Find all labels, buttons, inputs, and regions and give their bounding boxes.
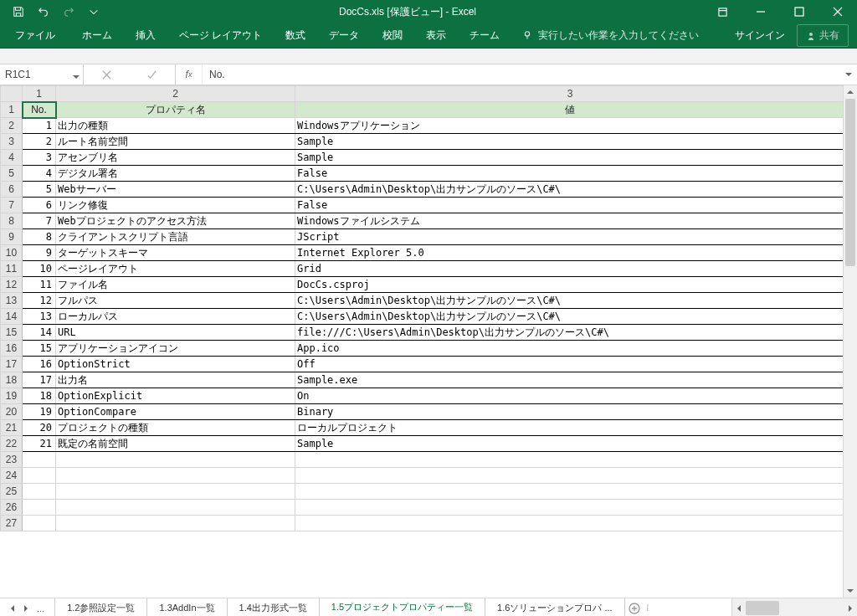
- row-header[interactable]: 4: [1, 150, 23, 166]
- cell[interactable]: [23, 500, 56, 516]
- cell[interactable]: OptionCompare: [56, 404, 295, 420]
- select-all-corner[interactable]: [1, 86, 23, 102]
- row-header[interactable]: 19: [1, 388, 23, 404]
- cell[interactable]: 出力の種類: [56, 118, 295, 134]
- cell[interactable]: Off: [295, 357, 844, 372]
- sign-in-link[interactable]: サインイン: [723, 28, 797, 43]
- cell[interactable]: ルート名前空間: [56, 134, 295, 150]
- cell[interactable]: Webサーバー: [56, 182, 295, 198]
- row-header[interactable]: 9: [1, 229, 23, 245]
- cell[interactable]: Sample: [295, 436, 844, 452]
- cell[interactable]: Windowsアプリケーション: [295, 118, 844, 134]
- cell[interactable]: リンク修復: [56, 198, 295, 213]
- tab-scroll-left-icon[interactable]: [7, 602, 18, 615]
- cell[interactable]: アプリケーションアイコン: [56, 341, 295, 357]
- cell[interactable]: Internet Explorer 5.0: [295, 245, 844, 261]
- sheet-tab[interactable]: 1.5プロジェクトプロパティー一覧: [319, 598, 485, 616]
- row-header[interactable]: 1: [1, 102, 23, 118]
- cell[interactable]: 13: [23, 309, 56, 325]
- row-header[interactable]: 23: [1, 452, 23, 468]
- cell[interactable]: 5: [23, 182, 56, 198]
- cell[interactable]: [56, 500, 295, 516]
- cell[interactable]: プロパティ名: [56, 102, 295, 118]
- cell[interactable]: Sample: [295, 150, 844, 166]
- cell[interactable]: [56, 516, 295, 531]
- enter-icon[interactable]: [141, 66, 163, 83]
- cell[interactable]: 値: [295, 102, 844, 118]
- row-header[interactable]: 18: [1, 372, 23, 388]
- cell[interactable]: [56, 468, 295, 484]
- ribbon-tab[interactable]: ホーム: [70, 23, 124, 49]
- cell[interactable]: No.: [23, 102, 56, 118]
- scroll-thumb[interactable]: [845, 99, 855, 266]
- ribbon-tab[interactable]: 数式: [274, 23, 317, 49]
- ribbon-tab[interactable]: チーム: [458, 23, 511, 49]
- cell[interactable]: Binary: [295, 404, 844, 420]
- cell[interactable]: クライアントスクリプト言語: [56, 229, 295, 245]
- row-header[interactable]: 15: [1, 325, 23, 341]
- cell[interactable]: 既定の名前空間: [56, 436, 295, 452]
- cell[interactable]: OptionStrict: [56, 357, 295, 372]
- row-header[interactable]: 25: [1, 484, 23, 500]
- grid[interactable]: 1 2 3 1 No. プロパティ名 値2 1 出力の種類 Windowsアプリ…: [0, 85, 843, 598]
- add-sheet-button[interactable]: [624, 598, 644, 616]
- ribbon-display-button[interactable]: [703, 0, 742, 23]
- cell[interactable]: 14: [23, 325, 56, 341]
- share-button[interactable]: 共有: [797, 24, 849, 47]
- cell[interactable]: False: [295, 166, 844, 182]
- ribbon-tab[interactable]: 挿入: [124, 23, 167, 49]
- cell[interactable]: 出力名: [56, 372, 295, 388]
- cell[interactable]: [23, 452, 56, 468]
- redo-icon[interactable]: [57, 2, 80, 22]
- formula-input[interactable]: No.: [203, 64, 840, 85]
- close-button[interactable]: [819, 0, 857, 23]
- row-header[interactable]: 2: [1, 118, 23, 134]
- cell[interactable]: 1: [23, 118, 56, 134]
- row-header[interactable]: 5: [1, 166, 23, 182]
- cell[interactable]: 7: [23, 213, 56, 229]
- cell[interactable]: 20: [23, 420, 56, 436]
- formula-expand-icon[interactable]: [840, 64, 857, 85]
- row-header[interactable]: 27: [1, 516, 23, 531]
- row-header[interactable]: 11: [1, 261, 23, 277]
- cell[interactable]: [23, 468, 56, 484]
- row-header[interactable]: 10: [1, 245, 23, 261]
- ribbon-tab[interactable]: ページ レイアウト: [167, 23, 274, 49]
- sheet-tab[interactable]: 1.6ソリューションプロパ ...: [485, 598, 625, 616]
- cell[interactable]: ターゲットスキーマ: [56, 245, 295, 261]
- row-header[interactable]: 12: [1, 277, 23, 293]
- qat-customize-icon[interactable]: [82, 2, 105, 22]
- ribbon-tab[interactable]: 表示: [414, 23, 458, 49]
- cell[interactable]: アセンブリ名: [56, 150, 295, 166]
- row-header[interactable]: 20: [1, 404, 23, 420]
- cell[interactable]: 12: [23, 293, 56, 309]
- cell[interactable]: URL: [56, 325, 295, 341]
- file-tab[interactable]: ファイル: [0, 23, 70, 49]
- scroll-up-icon[interactable]: [844, 85, 857, 99]
- cell[interactable]: 3: [23, 150, 56, 166]
- cell[interactable]: 2: [23, 134, 56, 150]
- cell[interactable]: [295, 468, 844, 484]
- row-header[interactable]: 17: [1, 357, 23, 372]
- cell[interactable]: Sample.exe: [295, 372, 844, 388]
- name-box-dropdown-icon[interactable]: [73, 71, 80, 83]
- column-header[interactable]: 3: [295, 86, 844, 102]
- ribbon-tab[interactable]: 校閲: [371, 23, 414, 49]
- cell[interactable]: プロジェクトの種類: [56, 420, 295, 436]
- row-header[interactable]: 8: [1, 213, 23, 229]
- cell[interactable]: file:///C:\Users\Admin\Desktop\出力サンプルのソー…: [295, 325, 844, 341]
- fx-icon[interactable]: fx: [176, 64, 203, 85]
- cell[interactable]: 16: [23, 357, 56, 372]
- cell[interactable]: C:\Users\Admin\Desktop\出力サンプルのソース\C#\: [295, 309, 844, 325]
- cell[interactable]: C:\Users\Admin\Desktop\出力サンプルのソース\C#\: [295, 293, 844, 309]
- cell[interactable]: Grid: [295, 261, 844, 277]
- row-header[interactable]: 6: [1, 182, 23, 198]
- row-header[interactable]: 26: [1, 500, 23, 516]
- cell[interactable]: 8: [23, 229, 56, 245]
- cell[interactable]: ページレイアウト: [56, 261, 295, 277]
- cell[interactable]: [295, 484, 844, 500]
- cell[interactable]: False: [295, 198, 844, 213]
- column-header[interactable]: 2: [56, 86, 295, 102]
- cell[interactable]: On: [295, 388, 844, 404]
- cell[interactable]: C:\Users\Admin\Desktop\出力サンプルのソース\C#\: [295, 182, 844, 198]
